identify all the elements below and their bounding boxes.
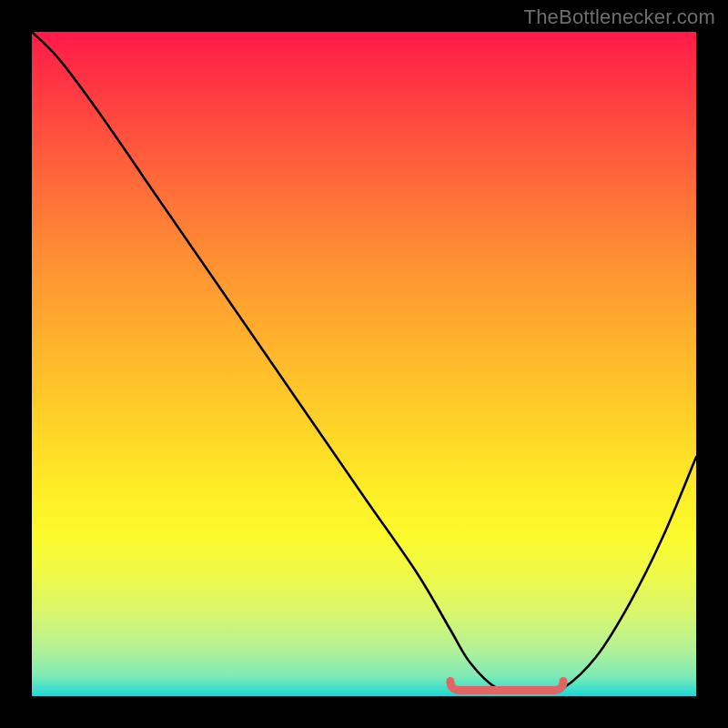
plot-area	[32, 32, 696, 696]
bottleneck-curve	[32, 32, 696, 696]
flat-marker	[450, 681, 563, 690]
curve-path	[32, 32, 696, 693]
chart-frame: TheBottlenecker.com	[0, 0, 728, 728]
branding-label: TheBottlenecker.com	[524, 5, 715, 29]
